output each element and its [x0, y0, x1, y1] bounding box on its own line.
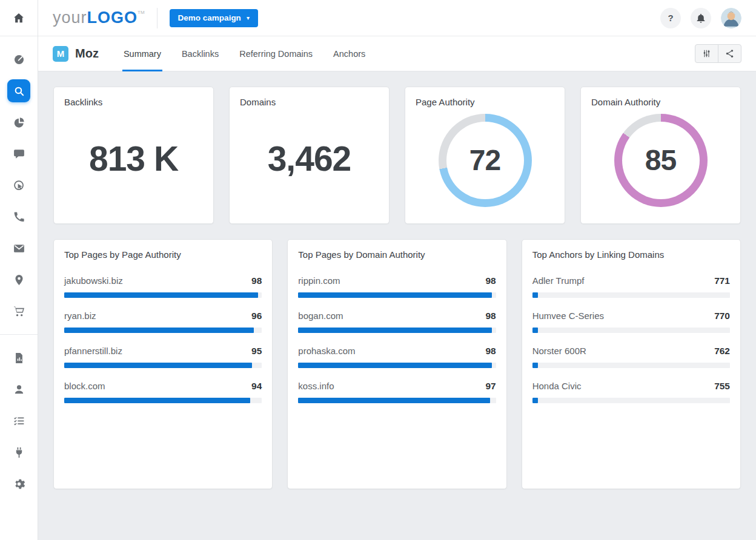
- donut-card-page-authority: Page Authority 72: [405, 87, 565, 224]
- sidebar-item-ads[interactable]: [0, 170, 38, 201]
- item-label: prohaska.com: [298, 346, 355, 356]
- sidebar-item-clients[interactable]: [0, 374, 38, 405]
- location-icon: [13, 274, 25, 286]
- dashboard-icon: [13, 53, 25, 66]
- moz-subheader: M Moz SummaryBacklinksReferring DomainsA…: [38, 36, 756, 71]
- checklist-icon: [13, 415, 25, 427]
- sidebar-group: [0, 36, 38, 334]
- question-icon: ?: [668, 13, 673, 23]
- logo-name: LOGO: [87, 10, 138, 26]
- tab-summary[interactable]: Summary: [124, 36, 161, 71]
- stat-card-domains: Domains 3,462: [229, 87, 390, 224]
- list-item: Humvee C-Series 770: [532, 311, 730, 333]
- list-card-top-pages-by-page-authority: Top Pages by Page Authority jakubowski.b…: [53, 239, 273, 489]
- logo-trademark: TM: [138, 10, 145, 15]
- item-label: jakubowski.biz: [64, 275, 123, 286]
- sidebar-item-tasks[interactable]: [0, 405, 38, 436]
- tab-backlinks[interactable]: Backlinks: [182, 36, 219, 71]
- list-item: bogan.com 98: [298, 311, 496, 333]
- sidebar-item-email[interactable]: [0, 232, 38, 264]
- gear-icon: [13, 478, 25, 490]
- card-title: Domain Authority: [591, 97, 730, 107]
- tab-anchors[interactable]: Anchors: [333, 36, 365, 71]
- campaign-selector-button[interactable]: Demo campaign ▾: [170, 9, 258, 27]
- bar-fill: [298, 292, 492, 298]
- sidebar-item-dashboard[interactable]: [0, 44, 38, 75]
- donut-chart: 72: [439, 114, 532, 207]
- item-value: 771: [714, 275, 730, 286]
- item-label: koss.info: [298, 381, 334, 391]
- logo-prefix: your: [53, 10, 87, 26]
- sidebar-item-search[interactable]: [0, 75, 38, 107]
- home-icon: [12, 12, 25, 25]
- item-value: 98: [485, 275, 496, 286]
- card-title: Backlinks: [64, 97, 203, 107]
- bar-fill: [64, 398, 250, 403]
- item-value: 98: [251, 275, 262, 286]
- email-icon: [13, 242, 25, 255]
- bar-track: [298, 328, 496, 333]
- bar-track: [532, 398, 730, 403]
- notifications-button[interactable]: [691, 8, 711, 28]
- bar-fill: [532, 292, 539, 298]
- list-card-row: Top Pages by Page Authority jakubowski.b…: [53, 239, 741, 489]
- chevron-down-icon: ▾: [247, 15, 250, 21]
- list-item: rippin.com 98: [298, 275, 496, 298]
- bar-fill: [298, 363, 492, 368]
- share-icon: [724, 48, 735, 59]
- sidebar-item-calls[interactable]: [0, 201, 38, 232]
- list-item: jakubowski.biz 98: [64, 275, 262, 298]
- moz-logo: M: [53, 46, 68, 62]
- bar-fill: [298, 328, 492, 333]
- card-title: Top Pages by Page Authority: [64, 249, 262, 260]
- sidebar-item-ecommerce[interactable]: [0, 295, 38, 327]
- item-value: 770: [714, 311, 730, 321]
- item-label: Norster 600R: [532, 346, 586, 356]
- user-avatar[interactable]: [721, 8, 741, 28]
- item-value: 94: [251, 381, 262, 392]
- sidebar-item-chat[interactable]: [0, 138, 38, 170]
- stat-card-row: Backlinks 813 K Domains 3,462 Page Autho…: [53, 87, 741, 224]
- bar-track: [532, 292, 730, 298]
- item-label: rippin.com: [298, 275, 340, 286]
- bar-track: [532, 363, 730, 368]
- list-item: Norster 600R 762: [532, 346, 730, 368]
- donut-card-domain-authority: Domain Authority 85: [580, 87, 741, 224]
- item-label: block.com: [64, 381, 105, 391]
- sidebar-item-integrations[interactable]: [0, 436, 38, 468]
- bar-track: [298, 398, 496, 403]
- bell-icon: [695, 13, 706, 24]
- share-button[interactable]: [718, 44, 741, 63]
- app-logo: your LOGO TM: [53, 10, 145, 26]
- avatar-image: [721, 8, 741, 28]
- chat-icon: [13, 148, 25, 160]
- card-title: Top Anchors by Linking Domains: [532, 249, 730, 260]
- list-item: prohaska.com 98: [298, 346, 496, 368]
- sidebar-item-home[interactable]: [0, 0, 38, 36]
- sidebar-item-analytics[interactable]: [0, 107, 38, 138]
- ads-icon: [13, 179, 25, 192]
- sidebar-item-local[interactable]: [0, 264, 38, 295]
- search-icon: [13, 85, 25, 97]
- item-label: bogan.com: [298, 311, 343, 321]
- subheader-actions: [695, 44, 741, 63]
- card-title: Page Authority: [416, 97, 554, 107]
- list-item: ryan.biz 96: [64, 311, 262, 333]
- bar-track: [64, 363, 262, 368]
- donut-chart: 85: [614, 114, 708, 207]
- sidebar-item-settings[interactable]: [0, 468, 38, 499]
- sidebar-item-reports[interactable]: [0, 342, 38, 374]
- content-area: Backlinks 813 K Domains 3,462 Page Autho…: [38, 71, 756, 540]
- bar-track: [298, 363, 496, 368]
- bar-track: [298, 292, 496, 298]
- bar-track: [64, 292, 262, 298]
- tab-referring-domains[interactable]: Referring Domains: [239, 36, 313, 71]
- item-value: 762: [714, 346, 730, 357]
- list-card-top-pages-by-domain-authority: Top Pages by Domain Authority rippin.com…: [287, 239, 506, 489]
- filter-button[interactable]: [695, 44, 718, 63]
- item-value: 97: [485, 381, 496, 392]
- help-button[interactable]: ?: [660, 8, 681, 28]
- item-value: 95: [251, 346, 262, 357]
- bar-list: Adler Trumpf 771 Humvee C-Series 770 Nor…: [532, 275, 730, 403]
- card-title: Top Pages by Domain Authority: [298, 249, 496, 260]
